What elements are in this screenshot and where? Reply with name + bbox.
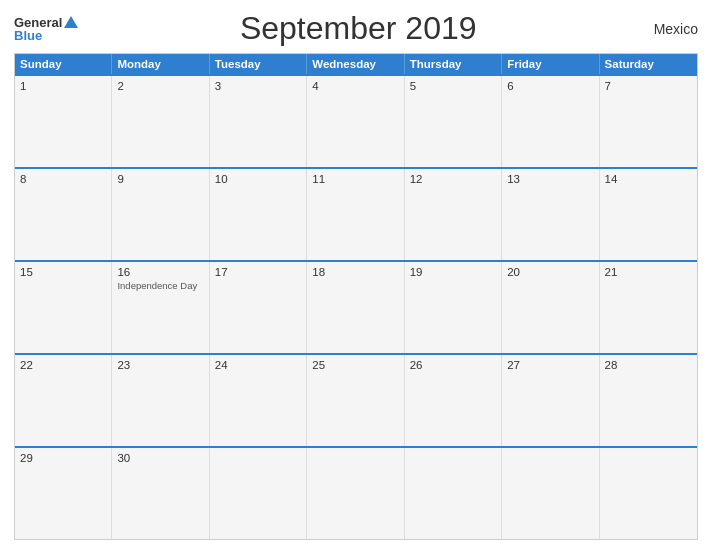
day-empty-4 [502, 448, 599, 539]
day-30: 30 [112, 448, 209, 539]
page-title: September 2019 [78, 10, 638, 47]
independence-day-label: Independence Day [117, 280, 203, 291]
day-2: 2 [112, 76, 209, 167]
day-27: 27 [502, 355, 599, 446]
day-empty-1 [210, 448, 307, 539]
day-26: 26 [405, 355, 502, 446]
day-9: 9 [112, 169, 209, 260]
day-6: 6 [502, 76, 599, 167]
logo-blue-text: Blue [14, 29, 42, 42]
day-empty-2 [307, 448, 404, 539]
header-tuesday: Tuesday [210, 54, 307, 74]
header-monday: Monday [112, 54, 209, 74]
day-1: 1 [15, 76, 112, 167]
day-14: 14 [600, 169, 697, 260]
header-saturday: Saturday [600, 54, 697, 74]
day-25: 25 [307, 355, 404, 446]
day-empty-3 [405, 448, 502, 539]
day-19: 19 [405, 262, 502, 353]
header-thursday: Thursday [405, 54, 502, 74]
week-4: 22 23 24 25 26 27 28 [15, 353, 697, 446]
day-3: 3 [210, 76, 307, 167]
calendar: Sunday Monday Tuesday Wednesday Thursday… [14, 53, 698, 540]
calendar-page: General Blue September 2019 Mexico Sunda… [0, 0, 712, 550]
header-wednesday: Wednesday [307, 54, 404, 74]
day-21: 21 [600, 262, 697, 353]
day-5: 5 [405, 76, 502, 167]
day-10: 10 [210, 169, 307, 260]
logo-triangle-icon [64, 16, 78, 28]
day-11: 11 [307, 169, 404, 260]
calendar-header: Sunday Monday Tuesday Wednesday Thursday… [15, 54, 697, 74]
day-4: 4 [307, 76, 404, 167]
day-20: 20 [502, 262, 599, 353]
header-sunday: Sunday [15, 54, 112, 74]
day-15: 15 [15, 262, 112, 353]
week-5: 29 30 [15, 446, 697, 539]
day-24: 24 [210, 355, 307, 446]
logo-general-text: General [14, 16, 62, 29]
day-18: 18 [307, 262, 404, 353]
day-29: 29 [15, 448, 112, 539]
day-12: 12 [405, 169, 502, 260]
logo: General Blue [14, 16, 78, 42]
header: General Blue September 2019 Mexico [14, 10, 698, 47]
day-22: 22 [15, 355, 112, 446]
week-2: 8 9 10 11 12 13 14 [15, 167, 697, 260]
week-3: 15 16 Independence Day 17 18 19 20 21 [15, 260, 697, 353]
day-16: 16 Independence Day [112, 262, 209, 353]
week-1: 1 2 3 4 5 6 7 [15, 74, 697, 167]
day-23: 23 [112, 355, 209, 446]
day-17: 17 [210, 262, 307, 353]
day-28: 28 [600, 355, 697, 446]
day-7: 7 [600, 76, 697, 167]
header-friday: Friday [502, 54, 599, 74]
day-8: 8 [15, 169, 112, 260]
day-empty-5 [600, 448, 697, 539]
country-label: Mexico [638, 21, 698, 37]
calendar-body: 1 2 3 4 5 6 7 8 9 10 11 12 13 14 15 [15, 74, 697, 539]
day-13: 13 [502, 169, 599, 260]
